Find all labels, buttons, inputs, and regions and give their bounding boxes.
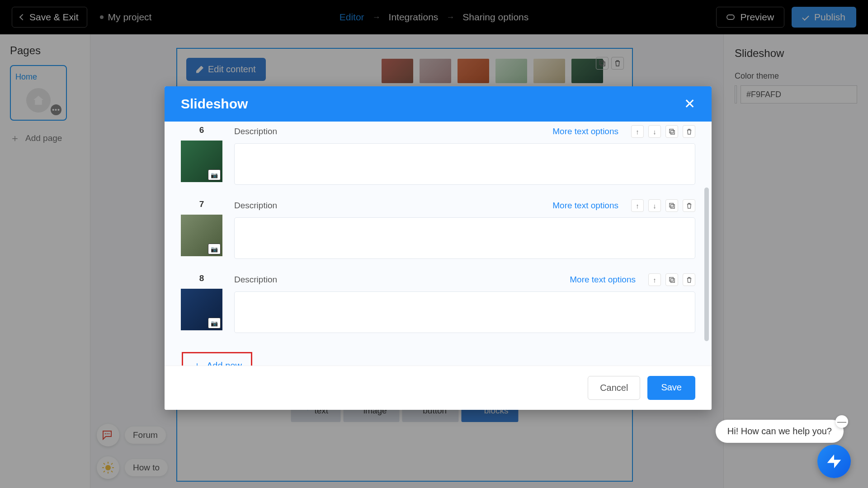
svg-rect-15	[670, 130, 674, 134]
svg-rect-17	[670, 204, 674, 208]
delete-button[interactable]	[683, 125, 695, 138]
close-icon[interactable]: ✕	[684, 97, 695, 111]
modal-footer: Cancel Save	[165, 366, 712, 410]
messenger-icon	[826, 454, 842, 469]
description-input[interactable]	[234, 143, 695, 185]
modal-title: Slideshow	[181, 96, 248, 112]
move-up-button[interactable]: ↑	[648, 273, 661, 286]
more-text-options-link[interactable]: More text options	[570, 275, 636, 285]
delete-button[interactable]	[683, 199, 695, 212]
add-new-button[interactable]: ＋ Add new	[182, 352, 252, 366]
move-down-button[interactable]: ↓	[648, 125, 661, 138]
slide-image[interactable]: 📷	[181, 289, 222, 330]
description-input[interactable]	[234, 217, 695, 259]
slide-image[interactable]: 📷	[181, 141, 222, 182]
move-up-button[interactable]: ↑	[631, 199, 644, 212]
description-label: Description	[234, 127, 277, 136]
description-label: Description	[234, 275, 277, 285]
slide-number: 6	[181, 125, 222, 135]
slide-number: 7	[181, 199, 222, 209]
add-new-label: Add new	[207, 361, 242, 366]
svg-rect-16	[669, 203, 673, 206]
messenger-button[interactable]	[817, 445, 851, 478]
slide-image[interactable]: 📷	[181, 215, 222, 256]
duplicate-button[interactable]	[665, 125, 678, 138]
slide-number: 8	[181, 273, 222, 283]
modal-body: 6 📷 Description More text options ↑ ↓	[165, 122, 712, 366]
slide-row: 8 📷 Description More text options ↑	[181, 270, 695, 333]
more-text-options-link[interactable]: More text options	[552, 127, 618, 136]
chat-close-button[interactable]: —	[835, 415, 848, 428]
camera-icon[interactable]: 📷	[208, 169, 221, 180]
chat-bubble[interactable]: Hi! How can we help you? —	[716, 420, 844, 443]
delete-button[interactable]	[683, 273, 695, 286]
slide-row: 7 📷 Description More text options ↑ ↓	[181, 196, 695, 259]
chat-text: Hi! How can we help you?	[727, 426, 832, 436]
duplicate-button[interactable]	[665, 273, 678, 286]
plus-icon: ＋	[192, 359, 202, 366]
slideshow-modal: Slideshow ✕ 6 📷 Description More text op…	[165, 86, 712, 410]
modal-header: Slideshow ✕	[165, 86, 712, 122]
move-up-button[interactable]: ↑	[631, 125, 644, 138]
more-text-options-link[interactable]: More text options	[552, 201, 618, 211]
description-label: Description	[234, 201, 277, 211]
move-down-button[interactable]: ↓	[648, 199, 661, 212]
svg-rect-14	[669, 129, 673, 132]
svg-rect-19	[670, 278, 674, 282]
duplicate-button[interactable]	[665, 199, 678, 212]
cancel-button[interactable]: Cancel	[588, 376, 640, 400]
svg-rect-18	[669, 277, 673, 281]
scrollbar[interactable]	[704, 188, 709, 341]
camera-icon[interactable]: 📷	[208, 244, 221, 254]
camera-icon[interactable]: 📷	[208, 318, 221, 328]
description-input[interactable]	[234, 291, 695, 333]
save-button[interactable]: Save	[647, 376, 695, 400]
slide-row: 6 📷 Description More text options ↑ ↓	[181, 122, 695, 185]
